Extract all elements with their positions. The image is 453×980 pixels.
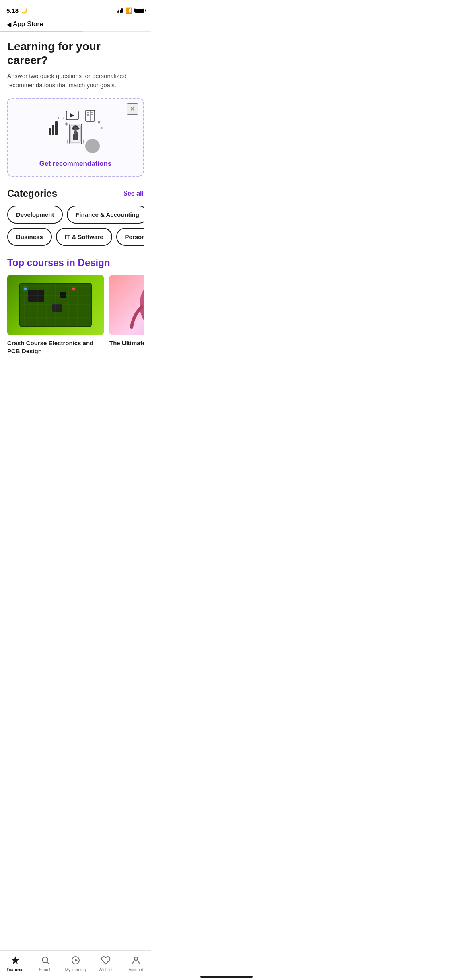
close-button[interactable]: × — [127, 103, 138, 115]
svg-point-23 — [140, 281, 144, 329]
see-all-button[interactable]: See all — [123, 190, 144, 197]
svg-point-12 — [101, 127, 103, 129]
course-image-art — [109, 275, 144, 335]
back-nav[interactable]: ◀ App Store — [0, 18, 151, 31]
art-course-illustration — [117, 275, 144, 335]
svg-rect-0 — [49, 128, 51, 135]
hero-subtitle: Answer two quick questions for personali… — [7, 72, 144, 90]
main-content: Learning for your career? Answer two qui… — [0, 32, 151, 391]
category-pill-development[interactable]: Development — [7, 206, 63, 224]
svg-marker-4 — [70, 113, 74, 117]
cursor-indicator — [85, 139, 100, 153]
card-illustration — [43, 105, 108, 153]
svg-rect-1 — [52, 125, 54, 135]
course-card-pcb[interactable]: Crash Course Electronics and PCB Design — [7, 275, 104, 355]
top-courses-section: Top courses in Design — [7, 257, 144, 355]
wifi-icon: 📶 — [125, 7, 132, 14]
svg-rect-2 — [55, 121, 58, 135]
categories-row-2: Business IT & Software Persona... — [7, 228, 144, 246]
status-time: 5:18 — [6, 7, 19, 14]
back-nav-label: App Store — [13, 20, 43, 28]
category-pill-it-software[interactable]: IT & Software — [56, 228, 112, 246]
categories-row-1: Development Finance & Accounting — [7, 206, 144, 224]
svg-rect-19 — [76, 134, 78, 140]
signal-icon — [117, 8, 123, 13]
category-pill-business[interactable]: Business — [7, 228, 52, 246]
status-bar: 5:18 🌙 📶 — [0, 0, 151, 18]
categories-header: Categories See all — [7, 188, 144, 199]
categories-title: Categories — [7, 188, 57, 199]
top-courses-prefix: Top courses in — [7, 257, 78, 268]
svg-rect-18 — [73, 134, 75, 140]
top-courses-title: Top courses in Design — [7, 257, 144, 268]
battery-icon — [134, 8, 144, 13]
course-image-pcb — [7, 275, 104, 335]
course-card-art[interactable]: The Ultimate Course - Beg... — [109, 275, 144, 355]
svg-point-13 — [63, 118, 64, 119]
recommendation-card: × — [7, 98, 144, 177]
svg-point-20 — [72, 128, 74, 130]
category-pill-finance[interactable]: Finance & Accounting — [67, 206, 144, 224]
moon-icon: 🌙 — [21, 8, 27, 14]
categories-section: Categories See all Development Finance &… — [7, 188, 144, 246]
get-recommendations-button[interactable]: Get recommendations — [39, 158, 112, 169]
course-title-art: The Ultimate Course - Beg... — [109, 339, 144, 347]
status-icons: 📶 — [117, 7, 144, 14]
category-pill-persona[interactable]: Persona... — [116, 228, 144, 246]
hero-title: Learning for your career? — [7, 40, 144, 67]
back-arrow-icon: ◀ — [6, 21, 11, 28]
top-courses-highlight: Design — [78, 257, 110, 268]
courses-row: Crash Course Electronics and PCB Design — [7, 275, 144, 355]
course-title-pcb: Crash Course Electronics and PCB Design — [7, 339, 104, 355]
svg-point-21 — [77, 128, 79, 130]
pcb-board-illustration — [19, 283, 92, 327]
